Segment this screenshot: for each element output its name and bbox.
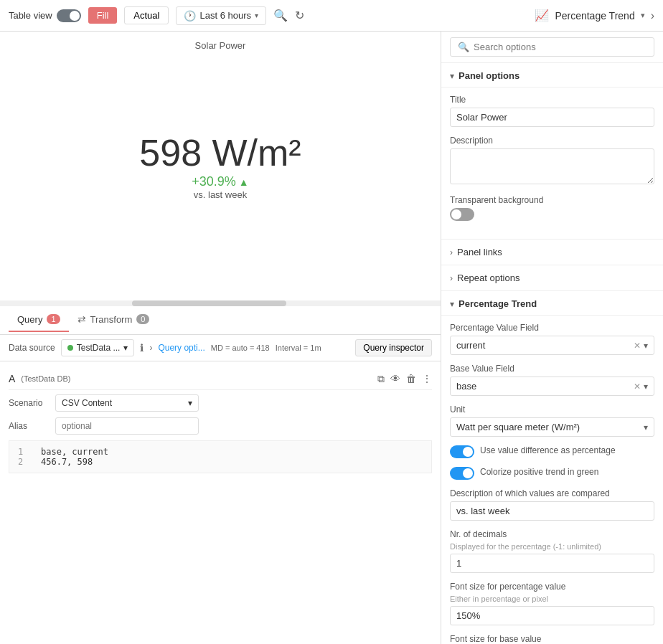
pct-value-clear-icon[interactable]: ✕ xyxy=(634,341,641,351)
pct-value-select[interactable]: current ✕ ▾ xyxy=(450,336,654,355)
csv-line-1: 1 base, current xyxy=(18,447,423,457)
datasource-name: TestData ... xyxy=(77,343,121,353)
font-size-pct-sublabel: Either in percentage or pixel xyxy=(450,595,654,603)
time-range-chevron: ▾ xyxy=(255,11,258,19)
right-panel: 🔍 ▾ Panel options Title Description xyxy=(441,32,663,644)
base-value-label: Base Value Field xyxy=(450,364,654,374)
base-value-clear-icon[interactable]: ✕ xyxy=(634,382,641,392)
alias-label: Alias xyxy=(9,421,48,431)
use-diff-label: Use value difference as percentage xyxy=(480,445,616,455)
actual-button[interactable]: Actual xyxy=(124,6,169,24)
percentage-trend-header[interactable]: ▾ Percentage Trend xyxy=(441,291,663,316)
panel-title-text: Percentage Trend xyxy=(555,10,634,22)
query-bar: Data source TestData ... ▾ ℹ › Query opt… xyxy=(0,335,441,361)
panel-title-chevron-down[interactable]: ▾ xyxy=(641,11,645,20)
repeat-options-row[interactable]: › Repeat options xyxy=(441,265,663,291)
panel-options-title: Panel options xyxy=(459,70,519,81)
pct-value-select-text: current xyxy=(456,340,485,351)
scrollbar-thumb[interactable] xyxy=(132,300,286,306)
tab-query-label: Query xyxy=(17,314,42,325)
font-size-pct-field: Font size for percentage value Either in… xyxy=(450,582,654,625)
use-diff-toggle[interactable] xyxy=(450,445,474,458)
nr-decimals-label: Nr. of decimals xyxy=(450,529,654,539)
alias-input[interactable] xyxy=(55,417,199,435)
colorize-label: Colorize positive trend in green xyxy=(480,467,598,477)
tab-transform-badge: 0 xyxy=(136,314,149,324)
tab-query[interactable]: Query 1 xyxy=(9,308,69,332)
query-db-label: (TestData DB) xyxy=(21,374,70,383)
title-label: Title xyxy=(450,95,654,105)
options-search-input[interactable] xyxy=(474,42,646,52)
description-compared-input[interactable] xyxy=(450,501,654,521)
time-range-picker[interactable]: 🕐 Last 6 hours ▾ xyxy=(176,6,266,25)
viz-trend-up-icon: ▲ xyxy=(239,176,249,188)
datasource-select[interactable]: TestData ... ▾ xyxy=(61,339,135,356)
pct-value-chevron: ▾ xyxy=(644,341,648,351)
font-size-pct-label: Font size for percentage value xyxy=(450,582,654,592)
panel-title-bar: 📈 Percentage Trend ▾ › xyxy=(535,9,654,22)
title-input[interactable] xyxy=(450,108,654,127)
repeat-options-label: Repeat options xyxy=(457,273,519,283)
refresh-icon[interactable]: ↻ xyxy=(295,9,304,22)
font-size-pct-input[interactable] xyxy=(450,606,654,625)
repeat-options-chevron: › xyxy=(450,273,453,283)
line-num-2: 2 xyxy=(18,457,29,467)
panel-links-label: Panel links xyxy=(457,247,502,257)
scenario-label: Scenario xyxy=(9,398,48,408)
tab-query-badge: 1 xyxy=(47,314,60,324)
query-options-link[interactable]: Query opti... xyxy=(158,343,204,353)
pct-value-label: Percentage Value Field xyxy=(450,323,654,333)
percentage-trend-title: Percentage Trend xyxy=(459,298,537,309)
viz-compare: vs. last week xyxy=(194,189,247,200)
panel-title-expand[interactable]: › xyxy=(651,9,654,22)
nr-decimals-input[interactable] xyxy=(450,554,654,573)
colorize-toggle[interactable] xyxy=(450,467,474,480)
tab-transform-label: Transform xyxy=(90,314,133,325)
query-inspector-button[interactable]: Query inspector xyxy=(355,339,432,356)
query-interval-label: Interval = 1m xyxy=(276,344,321,352)
viz-title: Solar Power xyxy=(0,40,441,51)
nr-decimals-sublabel: Displayed for the percentage (-1: unlimi… xyxy=(450,542,654,551)
viz-percent-value: +30.9% xyxy=(192,174,236,189)
options-search: 🔍 xyxy=(441,32,663,63)
base-value-select[interactable]: base ✕ ▾ xyxy=(450,377,654,396)
viz-percent: +30.9% ▲ xyxy=(192,174,248,189)
csv-line-1-content: base, current xyxy=(41,447,108,457)
duplicate-icon[interactable]: ⧉ xyxy=(377,373,385,385)
font-size-base-label: Font size for base value xyxy=(450,634,654,644)
table-view-toggle[interactable] xyxy=(57,9,81,22)
fill-button[interactable]: Fill xyxy=(88,7,118,24)
panel-options-header[interactable]: ▾ Panel options xyxy=(441,63,663,87)
time-range-label: Last 6 hours xyxy=(199,10,251,21)
scenario-row: Scenario CSV Content ▾ xyxy=(9,394,432,412)
eye-icon[interactable]: 👁 xyxy=(390,373,400,385)
title-field: Title xyxy=(450,95,654,127)
use-diff-row: Use value difference as percentage xyxy=(450,445,654,458)
query-header: A (TestData DB) ⧉ 👁 🗑 ⋮ xyxy=(9,369,432,390)
scenario-select[interactable]: CSV Content ▾ xyxy=(55,394,199,412)
unit-select[interactable]: Watt per square meter (W/m²) ▾ xyxy=(450,417,654,437)
delete-icon[interactable]: 🗑 xyxy=(406,373,416,385)
query-content: A (TestData DB) ⧉ 👁 🗑 ⋮ Scenario CSV Con… xyxy=(0,361,441,645)
datasource-status-icon xyxy=(67,345,73,351)
query-letter: A xyxy=(9,373,15,384)
tab-transform[interactable]: ⇄ Transform 0 xyxy=(69,308,159,332)
more-icon[interactable]: ⋮ xyxy=(422,373,432,385)
description-textarea[interactable] xyxy=(450,148,654,184)
panel-links-row[interactable]: › Panel links xyxy=(441,240,663,265)
description-field: Description xyxy=(450,136,654,186)
query-actions: ⧉ 👁 🗑 ⋮ xyxy=(377,373,432,385)
horizontal-scrollbar[interactable] xyxy=(0,300,441,306)
alias-row: Alias xyxy=(9,417,432,435)
zoom-out-icon[interactable]: 🔍 xyxy=(273,9,288,22)
nr-decimals-field: Nr. of decimals Displayed for the percen… xyxy=(450,529,654,573)
transparent-bg-toggle[interactable] xyxy=(450,208,474,221)
table-view-label: Table view xyxy=(9,10,52,21)
info-icon[interactable]: ℹ xyxy=(140,342,144,354)
breadcrumb-separator: › xyxy=(149,343,152,353)
csv-line-2: 2 456.7, 598 xyxy=(18,457,423,467)
percentage-trend-chevron: ▾ xyxy=(450,299,454,309)
top-toolbar: Table view Fill Actual 🕐 Last 6 hours ▾ … xyxy=(0,0,663,32)
search-wrap: 🔍 xyxy=(450,37,654,57)
transparent-bg-field: Transparent background xyxy=(450,195,654,223)
